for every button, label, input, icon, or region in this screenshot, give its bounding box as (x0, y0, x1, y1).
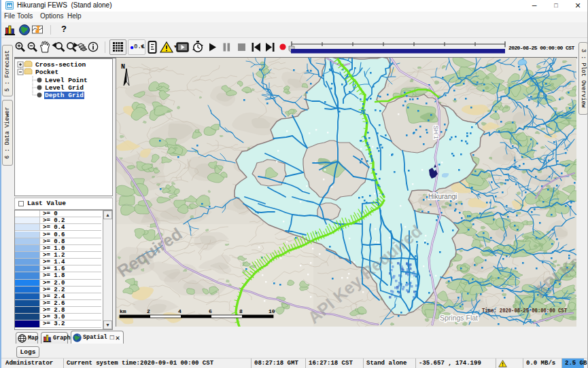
svg-text:km: km (120, 308, 126, 314)
svg-text:2: 2 (147, 308, 150, 314)
svg-text:N: N (121, 63, 125, 71)
svg-text:Time: 2020-08-25 00:00:00 CST: Time: 2020-08-25 00:00:00 CST (482, 308, 567, 314)
svg-text:Springs Flat: Springs Flat (440, 314, 478, 322)
svg-text:6: 6 (209, 308, 212, 314)
svg-text:4: 4 (178, 308, 181, 314)
svg-text:Hikurangi: Hikurangi (428, 193, 457, 200)
svg-text:8: 8 (239, 308, 243, 314)
svg-text:SH 1: SH 1 (432, 126, 440, 139)
svg-text:10: 10 (269, 308, 275, 314)
